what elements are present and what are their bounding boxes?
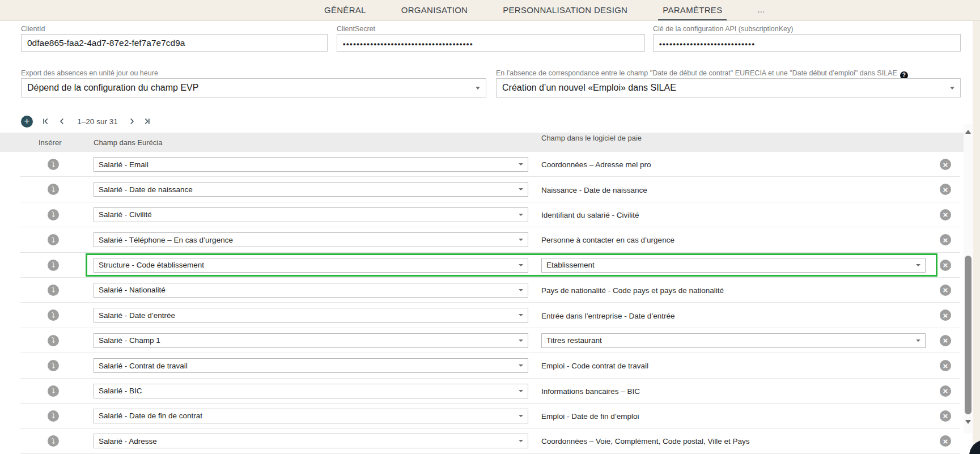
insert-button[interactable]: ⤵ xyxy=(48,159,59,170)
paie-value: Coordonnées – Adresse mel pro xyxy=(541,160,651,169)
eurecia-value: Salarié - Adresse xyxy=(99,437,157,445)
insert-button[interactable]: ⤵ xyxy=(48,410,59,422)
insert-button[interactable]: ⤵ xyxy=(48,435,59,447)
delete-button[interactable]: × xyxy=(940,335,951,346)
next-page-button[interactable] xyxy=(128,117,136,125)
eurecia-select[interactable]: Salarié - Date de fin de contrat xyxy=(94,409,528,423)
table-header: Insérer Champ dans Eurécia Champ dans le… xyxy=(0,133,964,152)
insert-icon: ⤵ xyxy=(52,236,56,244)
eurecia-value: Salarié - Date de fin de contrat xyxy=(99,411,202,420)
close-icon: × xyxy=(943,387,948,395)
insert-button[interactable]: ⤵ xyxy=(48,285,59,296)
delete-button[interactable]: × xyxy=(940,309,951,321)
delete-button[interactable]: × xyxy=(940,360,951,371)
previous-page-button[interactable] xyxy=(58,117,66,125)
table-row: ⤵ Salarié - Champ 1 Titres restaurant × xyxy=(0,328,964,353)
contract-mismatch-label: En l’absence de correspondance entre le … xyxy=(496,69,908,79)
eurecia-select[interactable]: Salarié - Adresse xyxy=(94,434,528,448)
subscription-key-field[interactable] xyxy=(653,34,961,52)
last-page-button[interactable] xyxy=(143,117,151,125)
eurecia-select[interactable]: Salarié - BIC xyxy=(94,384,528,398)
eurecia-value: Salarié - Date de naissance xyxy=(99,185,193,194)
insert-icon: ⤵ xyxy=(52,412,56,419)
eurecia-select[interactable]: Salarié - Contrat de travail xyxy=(94,358,528,373)
close-icon: × xyxy=(943,160,948,169)
settings-panel: ClientId ClientSecret Clé de la configur… xyxy=(0,21,973,454)
contract-mismatch-label-text: En l’absence de correspondance entre le … xyxy=(496,69,897,77)
insert-button[interactable]: ⤵ xyxy=(48,260,59,271)
insert-button[interactable]: ⤵ xyxy=(48,184,59,195)
paie-select[interactable]: Titres restaurant xyxy=(541,333,926,348)
scrollbar-thumb[interactable] xyxy=(965,256,971,414)
chevron-down-icon xyxy=(519,188,523,190)
delete-button[interactable]: × xyxy=(940,435,951,447)
delete-button[interactable]: × xyxy=(940,385,951,397)
eurecia-value: Salarié - Date d’entrée xyxy=(99,311,175,320)
chevron-down-icon xyxy=(519,390,523,392)
table-row: ⤵ Salarié - Date de fin de contrat Emplo… xyxy=(0,404,964,428)
delete-button[interactable]: × xyxy=(940,260,951,271)
tab-general[interactable]: GÉNÉRAL xyxy=(320,0,371,20)
insert-button[interactable]: ⤵ xyxy=(48,335,59,346)
paie-value: Etablissement xyxy=(546,261,595,269)
client-secret-field[interactable] xyxy=(337,34,645,52)
eurecia-select[interactable]: Salarié - Date de naissance xyxy=(94,182,528,197)
delete-button[interactable]: × xyxy=(940,184,951,195)
eurecia-select[interactable]: Salarié - Civilité xyxy=(94,207,528,222)
chevron-down-icon xyxy=(519,264,523,266)
paie-select[interactable]: Etablissement xyxy=(541,258,926,273)
eurecia-select[interactable]: Structure - Code établissement xyxy=(94,258,528,273)
column-header-inserer: Insérer xyxy=(39,138,61,147)
tab-more[interactable]: ... xyxy=(753,0,769,20)
contract-mismatch-value: Création d’un nouvel «Emploi» dans SILAE xyxy=(502,83,676,93)
delete-button[interactable]: × xyxy=(940,285,951,296)
column-header-paie: Champ dans le logiciel de paie xyxy=(541,134,642,143)
first-page-button[interactable] xyxy=(42,117,50,125)
chevron-down-icon xyxy=(916,264,920,266)
last-page-icon xyxy=(143,117,151,125)
tab-group: GÉNÉRAL ORGANISATION PERSONNALISATION DE… xyxy=(320,0,769,20)
eurecia-value: Salarié - Nationalité xyxy=(99,286,166,294)
table-row: ⤵ Salarié - Nationalité Pays de national… xyxy=(0,278,964,303)
insert-icon: ⤵ xyxy=(52,186,56,193)
delete-button[interactable]: × xyxy=(940,209,951,220)
client-secret-label: ClientSecret xyxy=(337,25,375,33)
chevron-down-icon xyxy=(476,87,480,90)
absence-unit-select[interactable]: Dépend de la configuration du champ EVP xyxy=(21,78,486,97)
scroll-up-icon[interactable] xyxy=(965,130,971,134)
close-icon: × xyxy=(943,311,948,320)
insert-icon: ⤵ xyxy=(52,312,56,319)
eurecia-select[interactable]: Salarié - Téléphone – En cas d’urgence xyxy=(94,232,528,247)
insert-icon: ⤵ xyxy=(52,261,56,269)
close-icon: × xyxy=(943,236,948,244)
eurecia-select[interactable]: Salarié - Champ 1 xyxy=(94,333,528,348)
chevron-right-icon xyxy=(128,117,136,125)
tab-personnalisation-design[interactable]: PERSONNALISATION DESIGN xyxy=(498,0,632,20)
delete-button[interactable]: × xyxy=(940,234,951,245)
tab-parametres[interactable]: PARAMÈTRES xyxy=(658,0,727,20)
pagination-toolbar: + 1–20 sur 31 xyxy=(21,113,151,129)
absence-unit-value: Dépend de la configuration du champ EVP xyxy=(27,83,198,93)
close-icon: × xyxy=(943,210,948,219)
table-row-highlighted: ⤵ Structure - Code établissement Etablis… xyxy=(0,253,964,278)
add-mapping-button[interactable]: + xyxy=(21,116,33,128)
contract-mismatch-select[interactable]: Création d’un nouvel «Emploi» dans SILAE xyxy=(496,78,961,97)
eurecia-select[interactable]: Salarié - Email xyxy=(94,157,528,172)
insert-button[interactable]: ⤵ xyxy=(48,360,59,371)
scroll-down-icon[interactable] xyxy=(965,420,971,424)
delete-button[interactable]: × xyxy=(940,410,951,422)
client-id-field[interactable] xyxy=(21,34,328,52)
column-header-eurecia: Champ dans Eurécia xyxy=(94,138,162,147)
table-row: ⤵ Salarié - Date d’entrée Entrée dans l’… xyxy=(0,303,964,328)
tab-organisation[interactable]: ORGANISATION xyxy=(397,0,473,20)
chevron-down-icon xyxy=(519,415,523,417)
client-id-label: ClientId xyxy=(21,25,45,33)
insert-button[interactable]: ⤵ xyxy=(48,209,59,220)
insert-button[interactable]: ⤵ xyxy=(48,385,59,397)
chevron-down-icon xyxy=(519,239,523,241)
eurecia-select[interactable]: Salarié - Date d’entrée xyxy=(94,308,528,323)
insert-button[interactable]: ⤵ xyxy=(48,234,59,245)
delete-button[interactable]: × xyxy=(940,159,951,170)
eurecia-select[interactable]: Salarié - Nationalité xyxy=(94,283,528,298)
insert-button[interactable]: ⤵ xyxy=(48,309,59,321)
